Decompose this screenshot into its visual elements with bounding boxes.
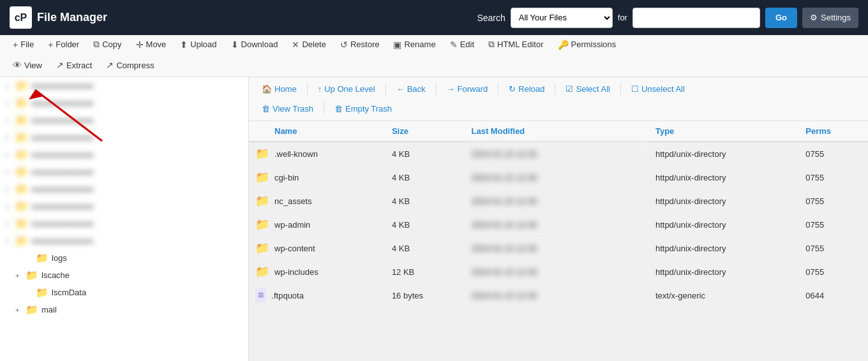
tree-toggle-icon[interactable]: + <box>5 220 15 228</box>
col-header-modified[interactable]: Last Modified <box>465 121 649 142</box>
edit-button[interactable]: ✎ Edit <box>444 36 481 54</box>
folder-icon: 📁 <box>255 241 269 255</box>
copy-button[interactable]: ⧉ Copy <box>87 35 128 54</box>
restore-button[interactable]: ↺ Restore <box>334 36 386 54</box>
go-button[interactable]: Go <box>765 8 797 28</box>
tree-item[interactable]: + 📁 xxxxxxxxxxxxxxx <box>0 232 248 249</box>
tree-toggle-icon[interactable]: + <box>5 151 15 159</box>
new-file-button[interactable]: + File <box>6 36 40 54</box>
tree-item[interactable]: + 📁 xxxxxxxxxxxxxxx <box>0 215 248 232</box>
tree-toggle-icon[interactable]: + <box>5 134 15 142</box>
home-button[interactable]: 🏠 Home <box>255 81 303 97</box>
file-name: nc_assets <box>274 196 312 206</box>
sidebar-item-lscmdata[interactable]: 📁 lscmData <box>0 284 248 301</box>
table-row[interactable]: 📁wp-includes12 KB2024-01-15 12:30httpd/u… <box>249 260 868 284</box>
file-name-cell: 📁wp-content <box>249 237 385 260</box>
file-type: httpd/unix-directory <box>649 213 799 237</box>
tree-item[interactable]: + 📁 xxxxxxxxxxxxxxx <box>0 112 248 129</box>
permissions-button[interactable]: 🔑 Permissions <box>551 36 623 54</box>
nav-divider <box>324 101 324 114</box>
download-icon: ⬇ <box>231 40 239 50</box>
search-scope-select[interactable]: All Your FilesFile Names OnlyFile Conten… <box>511 8 613 28</box>
html-editor-icon: ⧉ <box>488 39 495 50</box>
file-name: .ftpquota <box>271 291 304 300</box>
tree-toggle-icon[interactable]: + <box>5 82 15 90</box>
move-button[interactable]: ✛ Move <box>130 36 173 54</box>
up-one-level-button[interactable]: ↑ Up One Level <box>311 81 382 97</box>
col-header-name[interactable]: Name <box>249 121 385 142</box>
new-folder-button[interactable]: + Folder <box>41 36 86 54</box>
nav-divider <box>385 83 386 96</box>
table-row[interactable]: ≡.ftpquota16 bytes2024-01-15 12:30text/x… <box>249 284 868 307</box>
folder-icon: 📁 <box>15 131 28 144</box>
view-button[interactable]: 👁 View <box>6 56 49 74</box>
file-type: httpd/unix-directory <box>649 260 799 284</box>
view-trash-button[interactable]: 🗑 View Trash <box>255 101 320 117</box>
search-input[interactable] <box>632 8 760 28</box>
tree-item[interactable]: + 📁 xxxxxxxxxxxxxxx <box>0 94 248 112</box>
table-row[interactable]: 📁wp-content4 KB2024-01-15 12:30httpd/uni… <box>249 237 868 260</box>
tree-item[interactable]: + 📁 xxxxxxxxxxxxxxx <box>0 129 248 146</box>
tree-toggle-icon[interactable]: + <box>5 99 15 107</box>
extract-button[interactable]: ↗ Extract <box>50 56 98 74</box>
file-name-cell: 📁nc_assets <box>249 189 385 213</box>
eye-icon: 👁 <box>13 60 22 70</box>
tree-label: xxxxxxxxxxxxxxx <box>31 98 94 108</box>
tree-label: xxxxxxxxxxxxxxx <box>31 133 94 142</box>
logo-icon: cP <box>10 6 32 29</box>
table-row[interactable]: 📁cgi-bin4 KB2024-01-15 12:30httpd/unix-d… <box>249 166 868 189</box>
sidebar-item-logs[interactable]: 📁 logs <box>0 249 248 267</box>
up-icon: ↑ <box>318 84 322 94</box>
tree-item[interactable]: + 📁 xxxxxxxxxxxxxxx <box>0 180 248 198</box>
sidebar-item-lscache[interactable]: + 📁 lscache <box>0 267 248 284</box>
file-perms: 0755 <box>799 142 868 166</box>
tree-toggle-icon[interactable]: + <box>15 272 26 279</box>
toolbar: + File + Folder ⧉ Copy ✛ Move ⬆ Upload ⬇… <box>0 35 868 77</box>
tree-toggle-icon[interactable]: + <box>5 117 15 124</box>
tree-label: xxxxxxxxxxxxxxx <box>31 115 94 125</box>
reload-button[interactable]: ↻ Reload <box>502 81 551 97</box>
col-header-perms[interactable]: Perms <box>799 121 868 142</box>
folder-icon: 📁 <box>15 97 28 109</box>
download-button[interactable]: ⬇ Download <box>225 36 285 54</box>
app-container: cP File Manager Search All Your FilesFil… <box>0 0 868 361</box>
compress-button[interactable]: ↗ Compress <box>100 56 160 74</box>
folder-icon: 📁 <box>15 114 28 126</box>
folder-icon: 📁 <box>255 147 269 161</box>
col-header-size[interactable]: Size <box>385 121 465 142</box>
tree-toggle-icon[interactable]: + <box>5 168 15 176</box>
tree-toggle-icon[interactable]: + <box>5 186 15 193</box>
empty-trash-button[interactable]: 🗑 Empty Trash <box>328 101 398 117</box>
rename-button[interactable]: ▣ Rename <box>387 36 442 54</box>
file-type: httpd/unix-directory <box>649 142 799 166</box>
delete-button[interactable]: ✕ Delete <box>285 36 333 54</box>
tree-item[interactable]: + 📁 xxxxxxxxxxxxxxx <box>0 198 248 215</box>
folder-icon: 📁 <box>36 252 49 264</box>
col-header-type[interactable]: Type <box>649 121 799 142</box>
tree-item[interactable]: + 📁 xxxxxxxxxxxxxxx <box>0 77 248 94</box>
nav-divider <box>620 83 621 96</box>
sidebar-item-mail[interactable]: + 📁 mail <box>0 301 248 318</box>
header: cP File Manager Search All Your FilesFil… <box>0 0 868 35</box>
table-row[interactable]: 📁.well-known4 KB2024-01-15 12:30httpd/un… <box>249 142 868 166</box>
tree-label: xxxxxxxxxxxxxxx <box>31 184 94 194</box>
tree-toggle-icon[interactable]: + <box>15 306 26 314</box>
file-perms: 0644 <box>799 284 868 307</box>
table-row[interactable]: 📁wp-admin4 KB2024-01-15 12:30httpd/unix-… <box>249 213 868 237</box>
back-button[interactable]: ← Back <box>390 81 432 97</box>
tree-item[interactable]: + 📁 xxxxxxxxxxxxxxx <box>0 163 248 180</box>
unselect-all-button[interactable]: ☐ Unselect All <box>625 81 691 97</box>
tree-toggle-icon[interactable]: + <box>5 203 15 210</box>
upload-button[interactable]: ⬆ Upload <box>174 36 223 54</box>
file-name: wp-admin <box>274 220 310 230</box>
table-row[interactable]: 📁nc_assets4 KB2024-01-15 12:30httpd/unix… <box>249 189 868 213</box>
nav-divider <box>498 83 498 96</box>
forward-button[interactable]: → Forward <box>440 81 495 97</box>
tree-toggle-icon[interactable]: + <box>5 237 15 245</box>
file-modified: 2024-01-15 12:30 <box>465 166 649 189</box>
tree-item[interactable]: + 📁 xxxxxxxxxxxxxxx <box>0 146 248 163</box>
html-editor-button[interactable]: ⧉ HTML Editor <box>482 35 550 54</box>
select-all-button[interactable]: ☑ Select All <box>559 81 616 97</box>
settings-button[interactable]: ⚙ Settings <box>802 8 858 28</box>
reload-icon: ↻ <box>509 84 516 94</box>
